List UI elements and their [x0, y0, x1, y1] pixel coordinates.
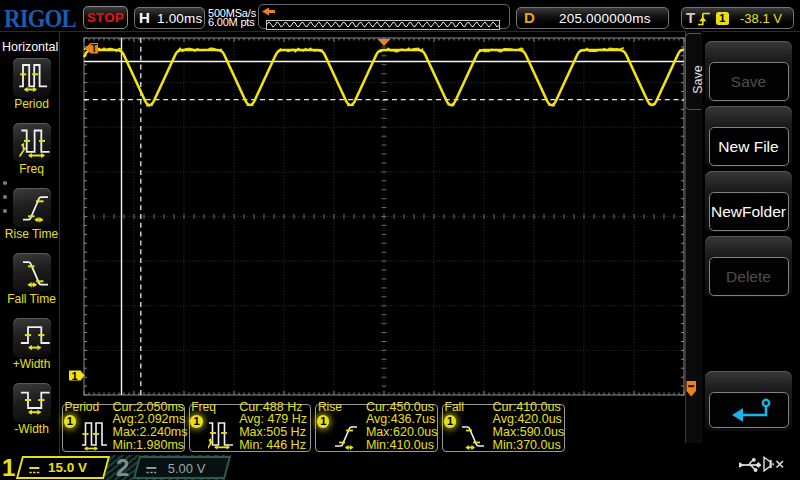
svg-text:1: 1	[72, 370, 78, 382]
svg-text:T: T	[91, 43, 97, 54]
